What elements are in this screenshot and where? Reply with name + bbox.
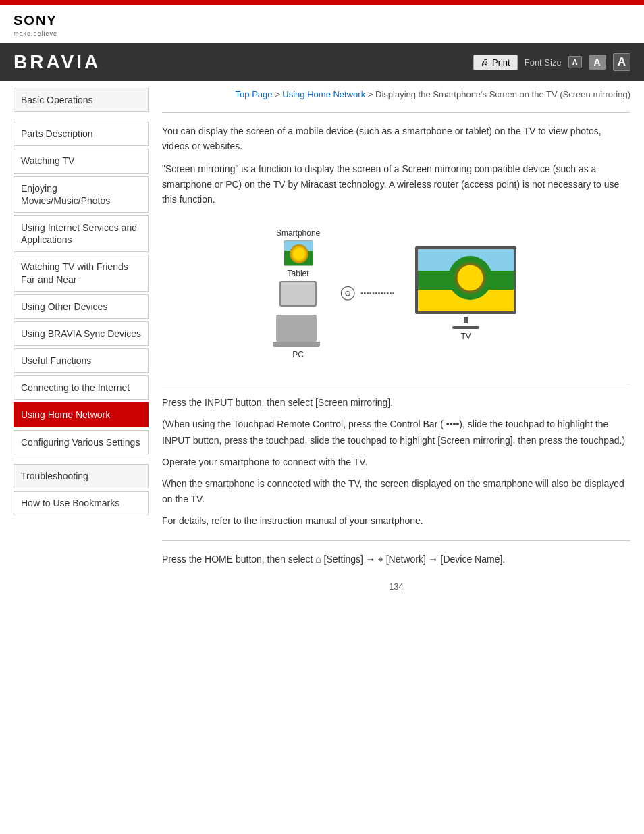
sunflower-small <box>290 244 308 263</box>
breadcrumb-current: Displaying the Smartphone's Screen on th… <box>375 89 630 99</box>
sidebar: Basic Operations Parts Description Watch… <box>14 81 149 612</box>
sunflower-tv <box>448 256 492 300</box>
sidebar-item-how-to-use[interactable]: How to Use Bookmarks <box>14 491 149 515</box>
printer-icon: 🖨 <box>481 57 489 68</box>
step1-detail: (When using the Touchpad Remote Control,… <box>162 417 630 449</box>
sidebar-item-troubleshooting[interactable]: Troubleshooting <box>14 464 149 488</box>
top-rule <box>162 112 630 113</box>
diagram-area: Smartphone Tablet PC ⦾ ┈┈┈ <box>162 215 630 373</box>
step5-device-name: [Device Name]. <box>441 554 506 565</box>
tablet-label: Tablet <box>288 269 309 278</box>
breadcrumb-top-page[interactable]: Top Page <box>236 89 273 99</box>
hint-section: Press the HOME button, then select ⌂ [Se… <box>162 552 630 568</box>
smartphone-label: Smartphone <box>276 228 320 238</box>
sidebar-item-using-home-network[interactable]: Using Home Network <box>14 402 149 427</box>
content-area: Top Page > Using Home Network > Displayi… <box>162 81 630 612</box>
step1-text: Press the INPUT button, then select [Scr… <box>162 395 630 411</box>
top-red-bar <box>0 0 644 5</box>
sony-logo: SONY <box>14 14 630 27</box>
tv-screen <box>415 246 516 314</box>
network-icon: ⌖ <box>378 554 383 565</box>
wireless-signal-icon: ⦾ ┈┈┈ <box>340 282 395 305</box>
header-right: 🖨 Print Font Size A A A <box>473 53 630 71</box>
intro-text-2: "Screen mirroring" is a function to disp… <box>162 161 630 207</box>
step4-text: For details, refer to the instruction ma… <box>162 513 630 529</box>
phone-with-image <box>284 240 313 266</box>
step-section: Press the INPUT button, then select [Scr… <box>162 395 630 529</box>
breadcrumb-using-home-network[interactable]: Using Home Network <box>282 89 365 99</box>
tv-label: TV <box>460 332 471 341</box>
pc-label: PC <box>292 350 304 359</box>
step5-prefix: Press the HOME button, then select <box>162 554 313 565</box>
step5-arrow1: → <box>366 554 378 565</box>
step2-text: Operate your smartphone to connect with … <box>162 454 630 471</box>
header: BRAVIA 🖨 Print Font Size A A A <box>0 43 644 81</box>
bravia-title: BRAVIA <box>14 51 101 73</box>
sidebar-item-using-other-devices[interactable]: Using Other Devices <box>14 294 149 319</box>
font-large-button[interactable]: A <box>613 53 630 71</box>
step5-settings: [Settings] <box>324 554 363 565</box>
laptop-icon <box>276 315 317 342</box>
sidebar-item-watching-tv[interactable]: Watching TV <box>14 149 149 173</box>
bottom-rule <box>162 540 630 541</box>
sidebar-item-using-internet[interactable]: Using Internet Services and Applications <box>14 215 149 252</box>
main-layout: Basic Operations Parts Description Watch… <box>0 81 644 612</box>
print-button[interactable]: 🖨 Print <box>473 55 518 70</box>
sony-logo-area: SONY make.believe <box>0 5 644 43</box>
tablet-icon <box>279 281 317 307</box>
sidebar-item-enjoying-movies[interactable]: Enjoying Movies/Music/Photos <box>14 176 149 213</box>
sidebar-item-configuring-settings[interactable]: Configuring Various Settings <box>14 430 149 454</box>
page-number: 134 <box>162 581 630 605</box>
step3-text: When the smartphone is connected with th… <box>162 476 630 509</box>
tv-stand-base <box>452 326 479 329</box>
sidebar-item-parts-description[interactable]: Parts Description <box>14 122 149 146</box>
step5-network: [Network] <box>386 554 426 565</box>
font-size-label: Font Size <box>525 57 562 68</box>
breadcrumb-sep2: > <box>368 89 375 99</box>
mid-rule <box>162 384 630 384</box>
breadcrumb: Top Page > Using Home Network > Displayi… <box>162 88 630 101</box>
sidebar-item-watching-tv-friends[interactable]: Watching TV with Friends Far and Near <box>14 255 149 291</box>
sidebar-item-using-bravia-sync[interactable]: Using BRAVIA Sync Devices <box>14 321 149 346</box>
devices-group: Smartphone Tablet PC <box>276 228 320 359</box>
font-small-button[interactable]: A <box>568 56 582 68</box>
print-label: Print <box>492 57 510 68</box>
sidebar-item-useful-functions[interactable]: Useful Functions <box>14 348 149 373</box>
breadcrumb-sep1: > <box>275 89 282 99</box>
font-medium-button[interactable]: A <box>589 55 606 70</box>
sidebar-item-basic-operations[interactable]: Basic Operations <box>14 88 149 112</box>
sidebar-item-connecting-internet[interactable]: Connecting to the Internet <box>14 375 149 400</box>
intro-text-1: You can display the screen of a mobile d… <box>162 124 630 154</box>
laptop-group <box>276 315 320 347</box>
sony-tagline: make.believe <box>14 30 57 37</box>
tv-stand-top <box>464 317 468 323</box>
tv-group: TV <box>415 246 516 341</box>
step5-text: Press the HOME button, then select ⌂ [Se… <box>162 552 630 568</box>
settings-icon: ⌂ <box>315 554 323 565</box>
step5-arrow2: → <box>429 554 441 565</box>
phone-screen-image <box>284 240 313 266</box>
